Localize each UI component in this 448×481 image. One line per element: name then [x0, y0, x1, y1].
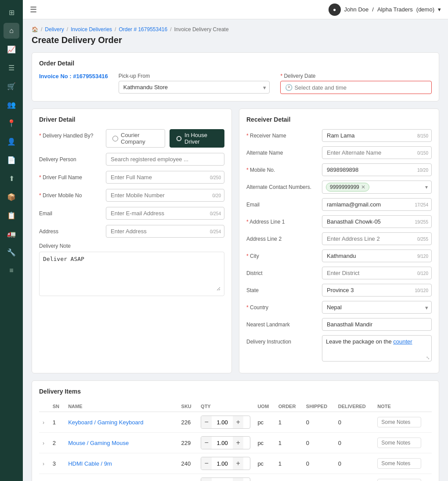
instruction-link[interactable]: counter — [393, 338, 412, 345]
driver-name-input[interactable] — [106, 171, 224, 184]
qty-input[interactable] — [213, 460, 231, 467]
report-icon[interactable]: 📋 — [4, 207, 19, 223]
menu-alt-icon[interactable]: ≡ — [4, 263, 19, 278]
qty-input[interactable] — [213, 419, 231, 426]
item-qty: − + — [197, 474, 254, 481]
landmark-label: Nearest Landmark — [246, 318, 317, 328]
note-input[interactable] — [377, 438, 421, 448]
qty-decrement[interactable]: − — [201, 416, 212, 428]
item-uom: pc — [254, 433, 275, 453]
driver-mobile-input[interactable] — [106, 189, 224, 202]
in-house-driver-option[interactable]: In House Driver — [170, 129, 224, 148]
delivery-date-wrap: 🕐 — [280, 81, 432, 94]
cart-icon[interactable]: 🛒 — [4, 78, 19, 94]
driver-address-input[interactable] — [106, 225, 224, 238]
col-expand — [39, 401, 49, 412]
mobile-label: Mobile No. — [246, 163, 317, 173]
state-row: State 10/120 — [246, 284, 432, 297]
receiver-detail-card: Receiver Detail Receiver Name 8/150 Alte… — [239, 108, 439, 373]
chevron-down-icon[interactable]: ▾ — [438, 6, 441, 13]
qty-decrement[interactable]: − — [201, 478, 212, 481]
order-detail-title: Order Detail — [39, 60, 432, 67]
item-sku: 240 — [178, 453, 198, 474]
note-input[interactable] — [377, 479, 421, 481]
item-shipped: 0 — [303, 453, 335, 474]
import-icon[interactable]: ⬆ — [4, 170, 19, 186]
delivery-note-textarea[interactable] — [43, 256, 220, 291]
driver-address-count: 0/254 — [210, 229, 221, 234]
delivery-note-section: Delivery Note — [39, 243, 224, 296]
qty-increment[interactable]: + — [233, 416, 243, 428]
receiver-name-count: 8/150 — [417, 133, 428, 138]
city-input[interactable] — [322, 250, 432, 262]
delivery-date-input[interactable] — [294, 84, 427, 91]
expand-icon[interactable]: › — [43, 440, 44, 446]
breadcrumb-invoice-deliveries[interactable]: Invoice Deliveries — [71, 26, 112, 33]
remove-chip-icon[interactable]: ✕ — [361, 184, 365, 190]
invoice-number: Invoice No : #1679553416 — [39, 73, 108, 80]
item-sku: 241 — [178, 474, 198, 481]
expand-icon[interactable]: › — [43, 420, 44, 426]
person-icon[interactable]: 👤 — [4, 134, 19, 149]
qty-increment[interactable]: + — [233, 478, 243, 481]
qty-input[interactable] — [213, 440, 231, 446]
document-icon[interactable]: 📄 — [4, 152, 19, 168]
city-count: 9/120 — [417, 253, 428, 258]
hamburger-icon[interactable]: ☰ — [30, 5, 37, 14]
item-name: RJ 45 Cable — [65, 474, 177, 481]
pin-icon[interactable]: 📍 — [4, 115, 19, 131]
col-order: Order — [275, 401, 303, 412]
alt-contact-row: Alternate Contact Numbers. 9999999999 ✕ … — [246, 181, 432, 194]
driver-address-row: Address 0/254 — [39, 225, 224, 238]
receiver-name-input[interactable] — [322, 129, 432, 142]
pickup-from-select[interactable]: Kathmandu Store — [119, 81, 270, 94]
state-label: State — [246, 284, 317, 293]
table-row: › 2 Mouse / Gaming Mouse 229 − + pc 1 0 … — [39, 433, 432, 453]
user-name: John Doe — [344, 6, 369, 13]
qty-increment[interactable]: + — [233, 457, 243, 470]
courier-company-option[interactable]: Courier Company — [106, 129, 165, 148]
alt-name-input[interactable] — [322, 146, 432, 159]
tools-icon[interactable]: 🔧 — [4, 244, 19, 260]
users-icon[interactable]: 👥 — [4, 97, 19, 112]
page-title: Create Delivery Order — [32, 35, 439, 45]
breadcrumb: 🏠 / Delivery / Invoice Deliveries / Orde… — [32, 26, 439, 33]
pickup-label: Pick-up From — [119, 73, 270, 79]
address1-label: Address Line 1 — [246, 215, 317, 225]
district-input[interactable] — [322, 267, 432, 279]
district-label: District — [246, 267, 317, 276]
breadcrumb-delivery[interactable]: Delivery — [45, 26, 64, 33]
expand-icon[interactable]: › — [43, 461, 44, 467]
alt-contact-chevron[interactable]: ▾ — [425, 184, 428, 190]
note-input[interactable] — [377, 458, 421, 469]
item-sn: 2 — [49, 433, 65, 453]
mobile-input[interactable] — [322, 163, 432, 176]
driver-email-input[interactable] — [106, 207, 224, 220]
truck-icon[interactable]: 🚛 — [4, 226, 19, 242]
item-sn: 4 — [49, 474, 65, 481]
breadcrumb-order[interactable]: Order # 1679553416 — [119, 26, 167, 33]
box-icon[interactable]: 📦 — [4, 189, 19, 205]
address2-input[interactable] — [322, 232, 432, 245]
delivery-person-row: Delivery Person — [39, 153, 224, 166]
instruction-resize[interactable]: ⤡ — [426, 355, 430, 360]
home-icon[interactable]: ⌂ — [4, 23, 19, 39]
country-row: Country Nepal ▾ — [246, 301, 432, 314]
breadcrumb-home[interactable]: 🏠 — [32, 26, 38, 33]
driver-name-row: Driver Full Name 0/250 — [39, 171, 224, 184]
item-name: Keyboard / Gaming Keyboard — [65, 412, 177, 433]
country-select[interactable]: Nepal — [322, 301, 432, 314]
landmark-input[interactable] — [322, 318, 432, 331]
qty-increment[interactable]: + — [233, 437, 243, 449]
chart-icon[interactable]: 📈 — [4, 41, 19, 57]
delivery-person-input[interactable] — [106, 153, 224, 166]
note-input[interactable] — [377, 417, 421, 427]
user-info: ● John Doe / Alpha Traders (demo) ▾ — [329, 4, 441, 16]
state-count: 10/120 — [415, 288, 428, 293]
item-sku: 229 — [178, 433, 198, 453]
list-icon[interactable]: ☰ — [4, 60, 19, 76]
qty-decrement[interactable]: − — [201, 457, 212, 470]
grid-icon[interactable]: ⊞ — [4, 4, 19, 20]
qty-decrement[interactable]: − — [201, 437, 212, 449]
separator: / — [372, 6, 374, 13]
